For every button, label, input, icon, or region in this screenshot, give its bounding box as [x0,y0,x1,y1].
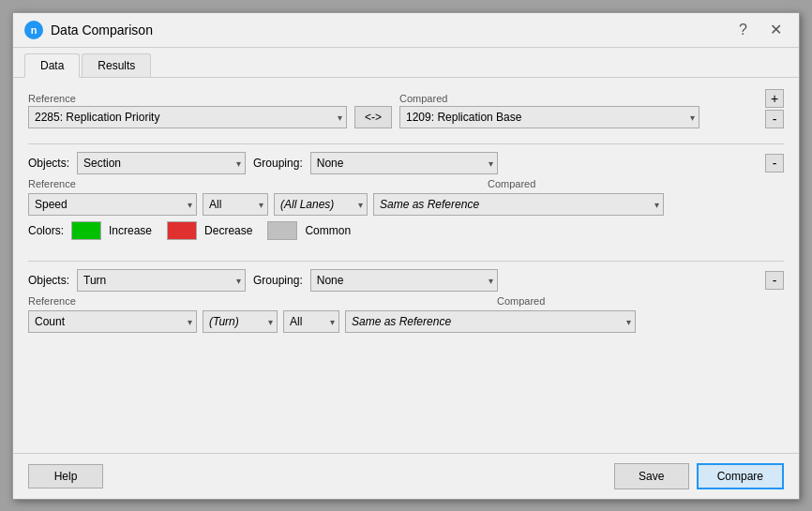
section2-objects-label: Objects: [28,274,69,287]
help-icon-btn[interactable]: ? [733,21,753,39]
reference-block: Reference 2285: Replication Priority [28,93,347,128]
dialog: n Data Comparison ? ✕ Data Results Refer… [12,12,800,500]
app-icon: n [24,21,43,39]
section1-block: Objects: Section Grouping: None - Refere… [28,152,784,244]
common-label: Common [305,224,351,237]
section2-block: Objects: Turn Grouping: None - Reference [28,269,784,338]
section1-cmp-label: Compared [484,178,784,189]
decrease-color-swatch[interactable] [167,221,197,240]
section2-grouping-label: Grouping: [253,274,303,287]
add-row-button[interactable]: + [765,89,784,108]
tab-data[interactable]: Data [24,53,80,78]
divider-1 [28,143,784,144]
section2-cmp-label: Compared [493,295,784,307]
section1-grouping-label: Grouping: [253,157,303,170]
increase-label: Increase [109,224,152,237]
section1-colors-row: Colors: Increase Decrease Common [28,221,784,240]
section1-colors-label: Colors: [28,224,64,237]
increase-color-swatch[interactable] [71,221,101,240]
tab-results[interactable]: Results [82,53,151,77]
section2-turn-select[interactable]: (Turn) [203,310,278,333]
section2-grouping-select[interactable]: None [310,269,498,292]
divider-2 [28,261,784,262]
section1-ref-label: Reference [28,178,197,189]
section2-objects-row: Objects: Turn Grouping: None - [28,269,784,292]
section2-count-row: Count (Turn) All Same as Reference [28,310,784,333]
compare-button[interactable]: Compare [697,463,784,489]
section1-objects-row: Objects: Section Grouping: None - [28,152,784,174]
compared-label: Compared [399,93,699,104]
title-bar: n Data Comparison ? ✕ [13,13,799,48]
content-area: Reference 2285: Replication Priority <->… [13,78,799,453]
remove-section2-button[interactable]: - [765,271,784,290]
section2-count-select[interactable]: Count [28,310,197,333]
reference-label: Reference [28,93,347,104]
dialog-title: Data Comparison [51,23,153,38]
remove-section1-button[interactable]: - [765,154,784,173]
save-button[interactable]: Save [614,463,689,489]
section2-all-select[interactable]: All [283,310,339,333]
section1-objects-label: Objects: [28,157,69,170]
compared-block: Compared 1209: Replication Base [399,93,699,128]
section2-objects-select[interactable]: Turn [77,269,246,292]
section2-ref-label: Reference [28,295,197,307]
footer: Help Save Compare [13,453,799,499]
tabs-bar: Data Results [13,48,799,78]
section1-compared-attr-select[interactable]: Same as Reference [373,193,664,216]
section1-all-select[interactable]: All [203,193,268,216]
section1-lanes-select[interactable]: (All Lanes) [274,193,368,216]
swap-button[interactable]: <-> [354,106,392,128]
remove-row-button-1[interactable]: - [765,110,784,128]
section1-objects-select[interactable]: Section [77,152,246,174]
decrease-label: Decrease [204,224,252,237]
compared-select[interactable]: 1209: Replication Base [399,106,699,128]
section1-speed-row: Speed All (All Lanes) Same as Reference [28,193,784,216]
section1-speed-select[interactable]: Speed [28,193,197,216]
common-color-swatch[interactable] [267,221,297,240]
close-button[interactable]: ✕ [764,21,788,39]
section1-grouping-select[interactable]: None [310,152,498,174]
help-button[interactable]: Help [28,464,103,488]
reference-select[interactable]: 2285: Replication Priority [28,106,347,128]
section2-compared-attr-select[interactable]: Same as Reference [345,310,636,333]
